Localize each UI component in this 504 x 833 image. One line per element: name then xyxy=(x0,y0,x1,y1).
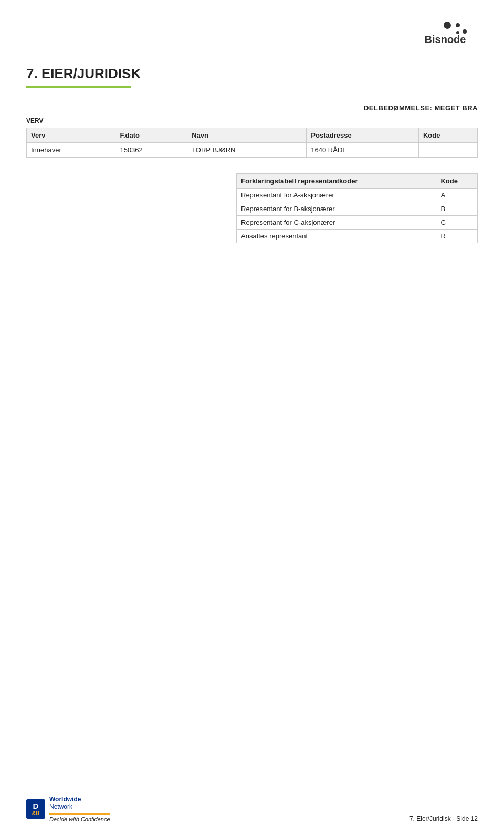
rating-label: DELBEDØMMELSE: MEGET BRA xyxy=(364,104,478,112)
header: Bisnode xyxy=(26,21,478,50)
explanation-table: Forklaringstabell representantkoder Kode… xyxy=(236,173,478,243)
explanation-description: Representant for C-aksjonærer xyxy=(237,216,436,230)
explanation-description: Ansattes representant xyxy=(237,230,436,243)
explanation-kode: R xyxy=(436,230,478,243)
explanation-kode-col: Kode xyxy=(436,174,478,189)
section-title-text: EIER/JURIDISK xyxy=(41,66,141,81)
main-table: Verv F.dato Navn Postadresse Kode Inneha… xyxy=(26,128,478,158)
explanation-row: Representant for B-aksjonærerB xyxy=(237,202,478,216)
col-fdato: F.dato xyxy=(116,128,187,143)
cell-verv: Innehaver xyxy=(27,143,116,158)
bisnode-logo: Bisnode xyxy=(415,21,478,50)
explanation-kode: A xyxy=(436,189,478,202)
dnb-ampersand: &B xyxy=(32,811,39,816)
cell-kode xyxy=(418,143,477,158)
explanation-kode: B xyxy=(436,202,478,216)
cell-navn: TORP BJØRN xyxy=(187,143,307,158)
explanation-header-row: Forklaringstabell representantkoder Kode xyxy=(237,174,478,189)
cell-fdato: 150362 xyxy=(116,143,187,158)
main-table-header-row: Verv F.dato Navn Postadresse Kode xyxy=(27,128,478,143)
explanation-description: Representant for A-aksjonærer xyxy=(237,189,436,202)
col-postadresse: Postadresse xyxy=(307,128,419,143)
section-number: 7. xyxy=(26,66,38,81)
svg-text:Bisnode: Bisnode xyxy=(425,34,466,45)
dnb-worldwide-text: Worldwide xyxy=(49,796,110,803)
explanation-description: Representant for B-aksjonærer xyxy=(237,202,436,216)
explanation-wrapper: Forklaringstabell representantkoder Kode… xyxy=(26,173,478,243)
footer-left: D &B Worldwide Network Decide with Confi… xyxy=(26,796,110,822)
dnb-network-text: Network xyxy=(49,803,110,810)
page-info-text: 7. Eier/Juridisk - Side 12 xyxy=(410,815,478,822)
cell-postadresse: 1640 RÅDE xyxy=(307,143,419,158)
tables-wrapper: Verv F.dato Navn Postadresse Kode Inneha… xyxy=(26,128,478,158)
verv-section: VERV xyxy=(26,117,478,124)
section-title: 7. EIER/JURIDISK xyxy=(26,66,478,82)
footer: D &B Worldwide Network Decide with Confi… xyxy=(0,796,504,822)
svg-point-1 xyxy=(456,23,460,27)
page-container: Bisnode 7. EIER/JURIDISK DELBEDØMMELSE: … xyxy=(0,0,504,833)
decide-text: Decide with Confidence xyxy=(49,816,110,822)
explanation-row: Representant for C-aksjonærerC xyxy=(237,216,478,230)
explanation-title-col: Forklaringstabell representantkoder xyxy=(237,174,436,189)
col-verv: Verv xyxy=(27,128,116,143)
col-kode: Kode xyxy=(418,128,477,143)
verv-label: VERV xyxy=(26,117,478,124)
rating-section: DELBEDØMMELSE: MEGET BRA xyxy=(26,104,478,112)
dnb-badge: D &B Worldwide Network Decide with Confi… xyxy=(26,796,110,822)
col-navn: Navn xyxy=(187,128,307,143)
dnb-d-letter: D xyxy=(33,802,39,811)
explanation-row: Representant for A-aksjonærerA xyxy=(237,189,478,202)
bisnode-logo-svg: Bisnode xyxy=(415,21,478,50)
svg-point-0 xyxy=(444,22,451,29)
section-underline xyxy=(26,86,131,88)
table-row: Innehaver150362TORP BJØRN1640 RÅDE xyxy=(27,143,478,158)
explanation-row: Ansattes representantR xyxy=(237,230,478,243)
svg-point-2 xyxy=(463,29,467,34)
footer-page-info: 7. Eier/Juridisk - Side 12 xyxy=(410,815,478,822)
explanation-kode: C xyxy=(436,216,478,230)
dnb-worldwide: Worldwide Network Decide with Confidence xyxy=(49,796,110,822)
dnb-yellow-bar xyxy=(49,813,110,815)
